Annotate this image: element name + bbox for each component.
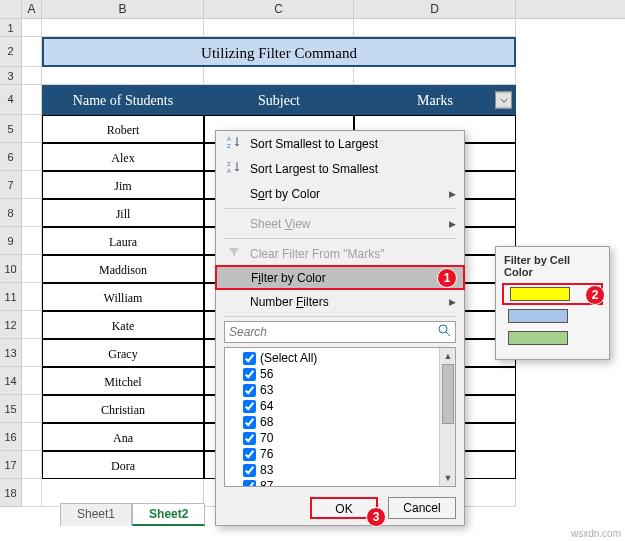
clear-filter-item: Clear Filter From "Marks" bbox=[216, 241, 464, 266]
row-header[interactable]: 16 bbox=[0, 423, 22, 451]
check-item[interactable]: 83 bbox=[225, 462, 455, 478]
filter-checklist[interactable]: (Select All) 5663646870768387 ▲ ▼ bbox=[224, 347, 456, 487]
menu-label: Sheet View bbox=[250, 217, 440, 231]
checkbox[interactable] bbox=[243, 400, 256, 413]
menu-label: Sort Largest to Smallest bbox=[250, 162, 456, 176]
filter-context-menu: AZ Sort Smallest to Largest ZA Sort Larg… bbox=[215, 130, 465, 526]
checkbox[interactable] bbox=[243, 448, 256, 461]
menu-label: Clear Filter From "Marks" bbox=[250, 247, 456, 261]
sort-by-color-item[interactable]: Sort by Color ▶ bbox=[216, 181, 464, 206]
row-header[interactable]: 12 bbox=[0, 311, 22, 339]
tab-sheet2[interactable]: Sheet2 bbox=[132, 503, 205, 526]
student-name-cell[interactable]: Robert bbox=[42, 115, 204, 143]
submenu-arrow-icon: ▶ bbox=[446, 297, 456, 307]
table-header-marks[interactable]: Marks bbox=[354, 85, 516, 115]
select-all-corner[interactable] bbox=[0, 0, 22, 18]
color-option-blue[interactable] bbox=[502, 305, 603, 327]
filter-dropdown-button[interactable] bbox=[495, 92, 512, 109]
check-label: 64 bbox=[260, 399, 273, 413]
search-input[interactable] bbox=[229, 325, 438, 339]
row-header[interactable]: 10 bbox=[0, 255, 22, 283]
col-header-c[interactable]: C bbox=[204, 0, 354, 18]
row-header[interactable]: 4 bbox=[0, 85, 22, 115]
student-name-cell[interactable]: Jill bbox=[42, 199, 204, 227]
check-item[interactable]: 68 bbox=[225, 414, 455, 430]
col-header-b[interactable]: B bbox=[42, 0, 204, 18]
checkbox[interactable] bbox=[243, 464, 256, 477]
check-item[interactable]: 64 bbox=[225, 398, 455, 414]
tab-sheet1[interactable]: Sheet1 bbox=[60, 503, 132, 526]
student-name-cell[interactable]: Ana bbox=[42, 423, 204, 451]
sort-desc-icon: ZA bbox=[224, 160, 244, 177]
checkbox[interactable] bbox=[243, 432, 256, 445]
student-name-cell[interactable]: Mitchel bbox=[42, 367, 204, 395]
number-filters-item[interactable]: Number Filters ▶ bbox=[216, 289, 464, 314]
scroll-down-icon[interactable]: ▼ bbox=[440, 470, 456, 486]
row-header[interactable]: 13 bbox=[0, 339, 22, 367]
checkbox[interactable] bbox=[243, 384, 256, 397]
check-label: 87 bbox=[260, 479, 273, 487]
student-name-cell[interactable]: Alex bbox=[42, 143, 204, 171]
student-name-cell[interactable]: Maddison bbox=[42, 255, 204, 283]
color-option-green[interactable] bbox=[502, 327, 603, 349]
filter-by-color-submenu: Filter by Cell Color 2 bbox=[495, 246, 610, 360]
student-name-cell[interactable]: William bbox=[42, 283, 204, 311]
row-header[interactable]: 15 bbox=[0, 395, 22, 423]
check-item[interactable]: 87 bbox=[225, 478, 455, 487]
row-header[interactable]: 18 bbox=[0, 479, 22, 507]
check-item[interactable]: 76 bbox=[225, 446, 455, 462]
col-header-a[interactable]: A bbox=[22, 0, 42, 18]
svg-text:A: A bbox=[227, 136, 231, 142]
scroll-up-icon[interactable]: ▲ bbox=[440, 348, 456, 364]
check-select-all[interactable]: (Select All) bbox=[225, 350, 455, 366]
scrollbar[interactable]: ▲ ▼ bbox=[439, 348, 455, 486]
menu-label: Number Filters bbox=[250, 295, 440, 309]
check-label: 63 bbox=[260, 383, 273, 397]
row-header[interactable]: 8 bbox=[0, 199, 22, 227]
student-name-cell[interactable]: Jim bbox=[42, 171, 204, 199]
checkbox[interactable] bbox=[243, 480, 256, 488]
check-label: 56 bbox=[260, 367, 273, 381]
check-item[interactable]: 63 bbox=[225, 382, 455, 398]
table-header-subject[interactable]: Subject bbox=[204, 85, 354, 115]
menu-label: Sort by Color bbox=[250, 187, 440, 201]
col-header-d[interactable]: D bbox=[354, 0, 516, 18]
student-name-cell[interactable]: Laura bbox=[42, 227, 204, 255]
checkbox[interactable] bbox=[243, 368, 256, 381]
row-header[interactable]: 9 bbox=[0, 227, 22, 255]
column-headers: A B C D bbox=[0, 0, 625, 19]
title-cell[interactable]: Utilizing Filter Command bbox=[42, 37, 516, 67]
filter-search[interactable] bbox=[224, 321, 456, 343]
callout-3: 3 bbox=[366, 507, 386, 527]
row-header[interactable]: 14 bbox=[0, 367, 22, 395]
student-name-cell[interactable]: Dora bbox=[42, 451, 204, 479]
menu-label: Sort Smallest to Largest bbox=[250, 137, 456, 151]
row-header[interactable]: 6 bbox=[0, 143, 22, 171]
row-header[interactable]: 5 bbox=[0, 115, 22, 143]
scroll-thumb[interactable] bbox=[442, 364, 454, 424]
color-option-yellow[interactable]: 2 bbox=[502, 283, 603, 305]
student-name-cell[interactable]: Gracy bbox=[42, 339, 204, 367]
row-header[interactable]: 11 bbox=[0, 283, 22, 311]
color-swatch bbox=[508, 331, 568, 345]
watermark: wsxdn.com bbox=[571, 528, 621, 539]
student-name-cell[interactable]: Christian bbox=[42, 395, 204, 423]
svg-point-4 bbox=[439, 325, 447, 333]
ok-button[interactable]: OK 3 bbox=[310, 497, 378, 519]
checkbox[interactable] bbox=[243, 352, 256, 365]
check-item[interactable]: 70 bbox=[225, 430, 455, 446]
student-name-cell[interactable]: Kate bbox=[42, 311, 204, 339]
table-header-name[interactable]: Name of Students bbox=[42, 85, 204, 115]
row-header[interactable]: 7 bbox=[0, 171, 22, 199]
row-header[interactable]: 17 bbox=[0, 451, 22, 479]
sheet-view-item: Sheet View ▶ bbox=[216, 211, 464, 236]
row-header[interactable]: 3 bbox=[0, 67, 22, 85]
check-item[interactable]: 56 bbox=[225, 366, 455, 382]
cancel-button[interactable]: Cancel bbox=[388, 497, 456, 519]
row-header[interactable]: 1 bbox=[0, 19, 22, 37]
row-header[interactable]: 2 bbox=[0, 37, 22, 67]
filter-by-color-item[interactable]: Filter by Color ▶ 1 bbox=[215, 265, 465, 290]
checkbox[interactable] bbox=[243, 416, 256, 429]
sort-asc-item[interactable]: AZ Sort Smallest to Largest bbox=[216, 131, 464, 156]
sort-desc-item[interactable]: ZA Sort Largest to Smallest bbox=[216, 156, 464, 181]
